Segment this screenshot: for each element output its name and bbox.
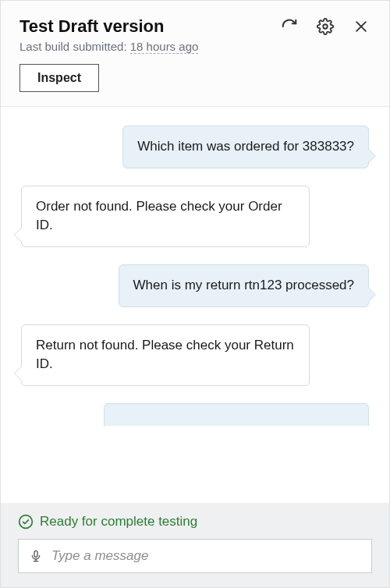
- status-row: Ready for complete testing: [18, 514, 372, 530]
- message-bubble-bot: Order not found. Please check your Order…: [21, 186, 310, 247]
- inspect-row: Inspect: [20, 64, 370, 92]
- panel-header: Test Draft version Last build submitted:…: [1, 1, 389, 107]
- panel-footer: Ready for complete testing: [1, 503, 389, 587]
- build-subtitle-label: Last build submitted:: [20, 40, 130, 53]
- microphone-icon[interactable]: [28, 548, 44, 564]
- svg-rect-4: [34, 551, 37, 557]
- message-input[interactable]: [51, 548, 362, 564]
- message-input-row: [18, 539, 372, 573]
- message-text: Return not found. Please check your Retu…: [36, 338, 294, 372]
- build-subtitle: Last build submitted: 18 hours ago: [20, 40, 370, 53]
- check-circle-icon: [18, 514, 34, 530]
- chat-area: Which item was ordered for 383833? Order…: [1, 107, 389, 503]
- message-bubble-partial: [104, 403, 369, 426]
- gear-icon[interactable]: [316, 17, 335, 36]
- panel-title: Test Draft version: [20, 16, 164, 37]
- message-bubble-bot: Return not found. Please check your Retu…: [21, 324, 310, 386]
- header-top-row: Test Draft version: [20, 16, 370, 37]
- svg-point-0: [323, 24, 328, 29]
- close-icon[interactable]: [352, 17, 370, 36]
- message-bubble-user: When is my return rtn123 processed?: [119, 264, 369, 307]
- chat-test-panel: Test Draft version Last build submitted:…: [0, 0, 390, 588]
- message-text: Order not found. Please check your Order…: [36, 199, 282, 233]
- svg-point-3: [20, 515, 33, 529]
- message-bubble-user: Which item was ordered for 383833?: [122, 126, 369, 168]
- refresh-icon[interactable]: [280, 17, 299, 36]
- inspect-button[interactable]: Inspect: [20, 64, 99, 92]
- header-actions: [280, 17, 370, 36]
- status-text: Ready for complete testing: [40, 514, 197, 530]
- build-subtitle-value: 18 hours ago: [130, 40, 199, 54]
- message-text: Which item was ordered for 383833?: [137, 139, 354, 154]
- message-text: When is my return rtn123 processed?: [133, 278, 354, 292]
